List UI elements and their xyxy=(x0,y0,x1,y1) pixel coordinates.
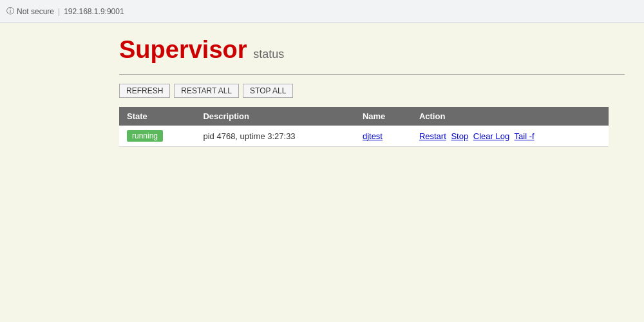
clear-log-link[interactable]: Clear Log xyxy=(473,131,509,141)
page-content: Supervisor status REFRESH RESTART ALL ST… xyxy=(0,23,644,160)
browser-bar: ⓘ Not secure | 192.168.1.9:9001 xyxy=(0,0,644,23)
header-divider xyxy=(119,74,625,75)
col-description: Description xyxy=(195,107,354,126)
cell-name: djtest xyxy=(355,126,412,147)
restart-all-button[interactable]: RESTART ALL xyxy=(174,84,239,98)
status-badge: running xyxy=(127,130,163,142)
process-table: State Description Name Action running pi… xyxy=(119,107,609,147)
process-name-link[interactable]: djtest xyxy=(363,131,383,141)
cell-actions: Restart Stop Clear Log Tail -f xyxy=(412,126,609,147)
col-name: Name xyxy=(355,107,412,126)
url-separator: | xyxy=(58,7,60,16)
not-secure-indicator: ⓘ Not secure xyxy=(6,6,54,17)
col-action: Action xyxy=(412,107,609,126)
app-title: Supervisor xyxy=(119,36,247,63)
refresh-button[interactable]: REFRESH xyxy=(119,84,170,98)
cell-state: running xyxy=(119,126,195,147)
stop-link[interactable]: Stop xyxy=(451,131,468,141)
toolbar: REFRESH RESTART ALL STOP ALL xyxy=(119,84,625,98)
table-body: running pid 4768, uptime 3:27:33 djtest … xyxy=(119,126,609,147)
restart-link[interactable]: Restart xyxy=(419,131,446,141)
not-secure-label: Not secure xyxy=(17,7,54,16)
url-bar[interactable]: 192.168.1.9:9001 xyxy=(64,7,124,16)
app-subtitle: status xyxy=(253,48,284,61)
warning-icon: ⓘ xyxy=(6,6,14,17)
process-description: pid 4768, uptime 3:27:33 xyxy=(203,131,295,141)
col-state: State xyxy=(119,107,195,126)
cell-description: pid 4768, uptime 3:27:33 xyxy=(195,126,354,147)
stop-all-button[interactable]: STOP ALL xyxy=(243,84,293,98)
tail-f-link[interactable]: Tail -f xyxy=(515,131,535,141)
table-header: State Description Name Action xyxy=(119,107,609,126)
table-row: running pid 4768, uptime 3:27:33 djtest … xyxy=(119,126,609,147)
page-header: Supervisor status xyxy=(119,36,625,64)
table-header-row: State Description Name Action xyxy=(119,107,609,126)
